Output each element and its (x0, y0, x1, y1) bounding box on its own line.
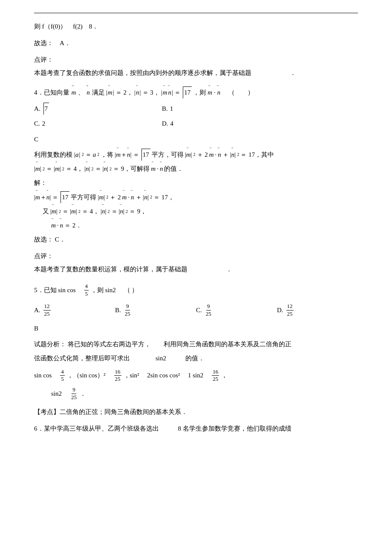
q5-sol-line1: sin cos 4 5 ，（sin cos）² 16 25 ，sin² 2sin… (34, 368, 358, 383)
comment2-label: 点评： (34, 250, 358, 262)
solution-label-4: 解： (34, 177, 358, 189)
comment1-text: 本题考查了复合函数的求值问题，按照由内到外的顺序逐步求解，属于基础题 ． (34, 67, 358, 79)
q4-sol-result: ⃗ m · ⃗ n ＝ 2． (51, 220, 358, 231)
answer-b-letter: B (34, 323, 358, 334)
choice-a: A. 7 (34, 103, 111, 115)
answer-a-text: 故选： A． (34, 37, 71, 49)
answer-a-line: 故选： A． (34, 37, 358, 49)
q4-line: 4．已知向量 ⃗ m 、 ⃗ n 满足 ⃗ m ＝ 2， ⃗ n ＝ 3， ⃗ … (34, 86, 358, 98)
comment2-text: 本题考查了复数的数量积运算，模的计算，属于基础题 ． (34, 264, 358, 275)
top-divider (34, 13, 358, 13)
answer-c-letter: C (34, 134, 358, 145)
analysis-line2: 弦函数公式化简，整理后即可求出 sin2 的值． (34, 353, 358, 364)
intro-text: 则 f（f(0)） f(2) 8． (34, 21, 98, 32)
analysis-line1: 试题分析： 将已知的等式左右两边平方， 利用同角三角函数间的基本关系及二倍角的正 (34, 339, 358, 350)
q4-solution-2: ⃗ m 2 ＝ ⃗ m 2 ＝ 4， ⃗ n 2 ＝ ⃗ n 2 ＝ 9，可解得… (34, 163, 358, 175)
comment1-label: 点评： (34, 54, 358, 66)
answer-c-line: 故选： C． (34, 234, 358, 245)
q5-line: 5．已知 sin cos 4 5 ，则 sin2 （ ） (34, 283, 358, 298)
intro-line: 则 f（f(0)） f(2) 8． (34, 21, 358, 32)
choice-d: D. 4 (162, 118, 239, 129)
q4-sol-step2: 又 ⃗ m 2 ＝ ⃗ m 2 ＝ 4， ⃗ n 2 ＝ ⃗ n 2 ＝ 9， (43, 206, 358, 217)
q4-solution-1: 利用复数的模 |a|2 ＝ a2 ，将 ⃗ m ＋ ⃗ n ＝ 17 平方，可得… (34, 149, 358, 161)
q4-choices: A. 7 B. 1 C. 2 D. 4 (34, 103, 358, 129)
choice-c: C. 2 (34, 118, 111, 129)
kaodian-line: 【考点】二倍角的正弦；同角三角函数间的基本关系． (34, 406, 358, 418)
q4-sol-step1: ⃗ m ＋ ⃗ n ＝ 17 平方可得 ⃗ m 2 ＋ 2 ⃗ m · ⃗ n … (34, 191, 358, 203)
choice-b: B. 1 (162, 103, 239, 115)
q6-line: 6．某中学高三年级从甲、乙两个班级各选出 8 名学生参加数学竞赛，他们取得的成绩 (34, 423, 358, 434)
q5-choices: A. 12 25 B. 9 25 C. 9 25 D. 12 25 (34, 303, 358, 318)
q5-sol-line2: sin2 9 25 ． (51, 386, 358, 401)
